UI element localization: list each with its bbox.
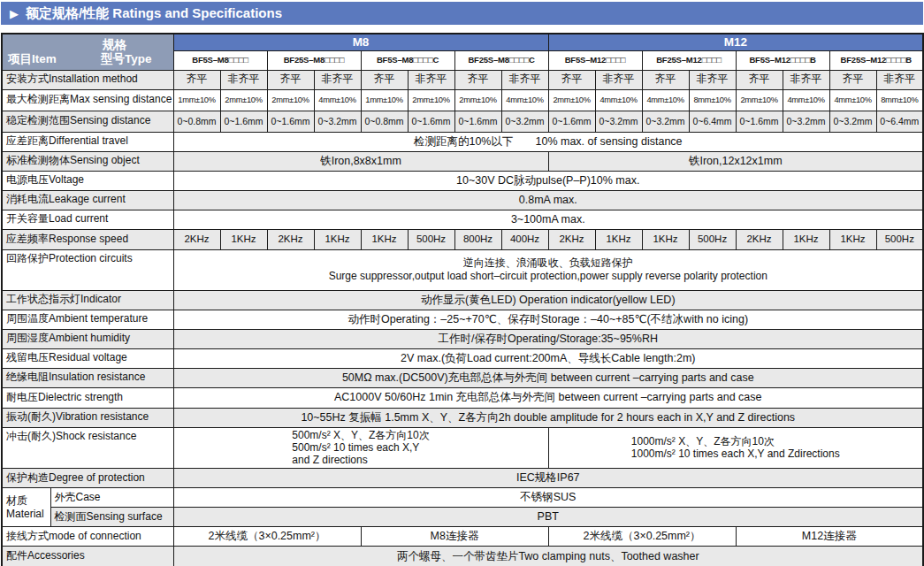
sensing-range-cell: 0~6.4mm [876, 111, 923, 132]
material-group-label: 材质Material [2, 488, 50, 527]
row-shock: 冲击(耐久)Shock resistance 500m/s² X、Y、Z各方向1… [2, 427, 923, 469]
sensing-range-cell: 0~1.6mm [267, 111, 314, 132]
row-material-case: 材质Material 外壳Case 不锈钢SUS [2, 488, 923, 508]
row-label: 应差距离Differential travel [2, 132, 173, 151]
sensing-range-cell: 0~1.6mm [408, 111, 454, 132]
row-max-sensing: 最大检测距离Max sensing distance 1mm±10%2mm±10… [2, 89, 923, 111]
shock-m8-value: 500m/s² X、Y、Z各方向10次 500m/s² 10 times eac… [173, 427, 548, 469]
row-vibration: 振动(耐久)Vibration resistance 10~55Hz 复振幅 1… [2, 408, 923, 427]
model-name-cell: BF25S–M8□□□□C [454, 50, 548, 70]
installation-cell: 齐平 [173, 70, 220, 89]
protection-line1: 逆向连接、浪涌吸收、负载短路保护 [176, 256, 921, 270]
row-label: 保护构造Degree of protection [2, 469, 173, 488]
row-residual: 残留电压Residual voltage 2V max.(负荷Load curr… [2, 348, 923, 368]
installation-cell: 齐平 [829, 70, 876, 89]
vibration-value: 10~55Hz 复振幅 1.5mm X、Y、Z各方向2h double ampl… [173, 408, 923, 427]
installation-cell: 非齐平 [501, 70, 548, 89]
row-label: 标准检测物体Sensing object [2, 151, 173, 171]
shock-m8-line: and Z directions [292, 454, 429, 466]
sensing-range-cell: 0~1.6mm [548, 111, 595, 132]
max-sensing-cell: 4mm±10% [829, 89, 876, 111]
installation-cell: 非齐平 [408, 70, 454, 89]
model-name-cell: BF5S–M12□□□□B [736, 50, 829, 70]
model-name-cell: BF5S–M12□□□□ [548, 50, 642, 70]
response-speed-cell: 1KHz [220, 229, 267, 249]
row-label: 周围温度Ambient temperature [2, 310, 173, 329]
header-group-m8: M8 [173, 34, 548, 50]
row-label: 开关容量Load current [2, 210, 173, 229]
row-ip: 保护构造Degree of protection IEC规格IP67 [2, 469, 923, 488]
sensing-range-cell: 0~1.6mm [454, 111, 501, 132]
row-response: 应差频率Response speed 2KHz1KHz2KHz1KHz1KHz5… [2, 229, 923, 249]
header-band-row: 规格 项目Item 型号Type M8 M12 [2, 34, 923, 50]
sensing-range-cell: 0~3.2mm [783, 111, 829, 132]
response-speed-cell: 1KHz [642, 229, 689, 249]
sensing-range-cell: 0~3.2mm [501, 111, 548, 132]
voltage-value: 10~30V DC脉动pulse(P–P)10% max. [173, 171, 923, 190]
installation-cell: 齐平 [548, 70, 595, 89]
max-sensing-cell: 4mm±10% [501, 89, 548, 111]
row-label: 稳定检测范围Sensing distance [2, 111, 173, 132]
installation-cell: 非齐平 [783, 70, 829, 89]
section-title-bar: ▶ 额定规格/性能 Ratings and Specifications [1, 2, 923, 25]
shock-m8-line: 500m/s² 10 times each X,Y [292, 441, 429, 454]
max-sensing-cell: 2mm±10% [548, 89, 595, 111]
temperature-value: 动作时Operating：–25~+70℃、保存时Storage：–40~+85… [173, 310, 923, 329]
sensing-object-m12: 铁Iron,12x12x1mm [548, 151, 923, 171]
row-label: 配件Accessories [2, 547, 173, 566]
surface-label: 检测面Sensing surface [50, 508, 173, 527]
row-humidity: 周围湿度Ambient humidity 工作时/保存时Operating/St… [2, 329, 923, 348]
sensing-object-m8: 铁Iron,8x8x1mm [173, 151, 548, 171]
response-speed-cell: 2KHz [548, 229, 595, 249]
row-label: 残留电压Residual voltage [2, 348, 173, 368]
surface-value: PBT [173, 508, 923, 527]
specifications-table: 规格 项目Item 型号Type M8 M12 BF5S–M8□□□□BF25S… [1, 33, 924, 566]
header-spec-label: 规格 [8, 38, 168, 52]
load-value: 3~100mA max. [173, 210, 923, 229]
row-label: 接线方式mode of connection [2, 527, 173, 547]
sensing-range-cell: 0~1.6mm [220, 111, 267, 132]
row-label: 回路保护Protection circuits [2, 249, 173, 290]
model-name-cell: BF5S–M8□□□□ [173, 50, 267, 70]
shock-m8-line: 500m/s² X、Y、Z各方向10次 [292, 429, 429, 441]
response-speed-cell: 800Hz [454, 229, 501, 249]
max-sensing-cell: 2mm±10% [220, 89, 267, 111]
connection-cell: 2米线缆（3×0.25mm²） [173, 527, 361, 547]
row-label: 耐电压Dielectric strength [2, 387, 173, 408]
row-sensing-range: 稳定检测范围Sensing distance 0~0.8mm0~1.6mm0~1… [2, 111, 923, 132]
response-speed-cell: 1KHz [595, 229, 642, 249]
sensing-range-cell: 0~0.8mm [173, 111, 220, 132]
max-sensing-cell: 2mm±10% [736, 89, 783, 111]
response-speed-cell: 2KHz [736, 229, 783, 249]
row-sensing-object: 标准检测物体Sensing object 铁Iron,8x8x1mm 铁Iron… [2, 151, 923, 171]
sensing-range-cell: 0~6.4mm [689, 111, 736, 132]
row-differential: 应差距离Differential travel 检测距离的10%以下 10% m… [2, 132, 923, 151]
row-accessories: 配件Accessories 两个螺母、一个带齿垫片Two clamping nu… [2, 547, 923, 566]
max-sensing-cell: 4mm±10% [783, 89, 829, 111]
max-sensing-cell: 2mm±10% [454, 89, 501, 111]
installation-cell: 齐平 [642, 70, 689, 89]
row-label: 最大检测距离Max sensing distance [2, 89, 173, 111]
accessories-value: 两个螺母、一个带齿垫片Two clamping nuts、Toothed was… [173, 547, 923, 566]
arrow-icon: ▶ [10, 8, 19, 19]
humidity-value: 工作时/保存时Operating/Storage:35~95%RH [173, 329, 923, 348]
row-label: 周围湿度Ambient humidity [2, 329, 173, 348]
header-item-label: 项目Item [8, 52, 57, 66]
row-label: 安装方式Installation method [2, 70, 173, 89]
row-label: 电源电压Voltage [2, 171, 173, 190]
shock-m12-line: 1000m/s² 10 times each X,Y and Zdirectio… [631, 447, 840, 460]
response-speed-cell: 500Hz [408, 229, 454, 249]
row-insulation: 绝缘电阻Insulation resistance 50MΩ max.(DC50… [2, 368, 923, 387]
model-name-cell: BF25S–M12□□□□ [642, 50, 736, 70]
row-leakage: 消耗电流Leakage current 0.8mA max. [2, 190, 923, 210]
response-speed-cell: 2KHz [267, 229, 314, 249]
leakage-value: 0.8mA max. [173, 190, 923, 210]
response-speed-cell: 1KHz [829, 229, 876, 249]
row-label: 工作状态指示灯Indicator [2, 290, 173, 310]
row-label: 绝缘电阻Insulation resistance [2, 368, 173, 387]
model-name-cell: BF5S–M8□□□□C [361, 50, 454, 70]
installation-cell: 非齐平 [314, 70, 361, 89]
row-label: 振动(耐久)Vibration resistance [2, 408, 173, 427]
protection-line2: Surge suppressor,output load short–circu… [176, 270, 921, 283]
response-speed-cell: 1KHz [783, 229, 829, 249]
